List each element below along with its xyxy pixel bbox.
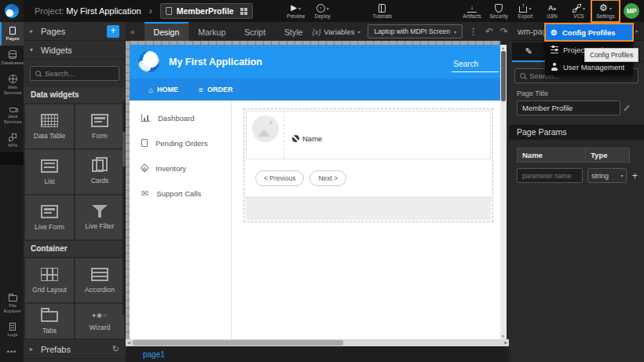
deploy-button[interactable]: ↑▾ Deploy <box>309 1 336 21</box>
app-header: My First Application Search <box>130 45 500 79</box>
rail-item-java-services[interactable]: Java Services <box>0 100 24 129</box>
tutorials-button[interactable]: Tutorials <box>369 1 396 21</box>
widget-tile-live-form[interactable]: Live Form <box>25 196 74 240</box>
rail-item-logs[interactable]: Logs <box>0 318 24 342</box>
envelope-icon: ✉ <box>141 189 148 197</box>
download-icon: ↓ <box>467 4 477 13</box>
empty-drop-zone[interactable] <box>246 197 491 220</box>
widgets-section-header[interactable]: ▾ Widgets <box>24 41 126 60</box>
horizontal-scrollbar[interactable]: ◀ ▶ <box>126 339 509 346</box>
chevron-down-icon[interactable]: ▾ <box>583 5 585 11</box>
tab-style[interactable]: Style <box>275 22 312 41</box>
editor-tabs: Design Markup Script Style <box>145 22 313 41</box>
device-dropdown[interactable]: Laptop with MDPI Screen ▾ <box>368 24 462 38</box>
chevron-down-icon[interactable]: ▾ <box>635 28 638 34</box>
collapsed-triangle-icon: ▸ <box>30 27 36 35</box>
wavemaker-logo[interactable] <box>0 0 24 22</box>
widget-tile-accordion[interactable]: Accordion <box>75 258 124 302</box>
widget-tile-form[interactable]: Form <box>75 104 124 148</box>
previous-button[interactable]: < Previous <box>255 170 304 186</box>
vertical-scrollbar[interactable]: ▲ ▼ <box>500 45 507 339</box>
rail-item-databases[interactable]: Databases <box>0 46 24 70</box>
bind-link-icon[interactable]: ∕∕ <box>626 104 627 112</box>
branch-icon <box>573 4 581 13</box>
security-button[interactable]: Security <box>485 1 512 21</box>
param-name-input[interactable] <box>517 168 583 183</box>
scroll-left-icon[interactable]: ◀ <box>127 340 130 345</box>
grid-icon[interactable] <box>240 8 243 11</box>
form-icon <box>91 114 108 127</box>
page-title-input[interactable] <box>517 101 620 115</box>
rail-item-web-services[interactable]: Web Services <box>0 70 24 100</box>
widget-tile-live-filter[interactable]: Live Filter <box>75 196 124 240</box>
page-selector-dropdown[interactable]: MemberProfile <box>160 3 253 19</box>
menu-item-support-calls[interactable]: ✉Support Calls <box>130 181 231 206</box>
chevron-down-icon[interactable]: ▾ <box>298 5 301 11</box>
prefabs-section-header[interactable]: ▸ Prefabs ↻ <box>24 340 126 359</box>
app-search-link[interactable]: Search <box>452 60 499 72</box>
name-field[interactable]: Name <box>284 112 322 159</box>
edit-pencil-tab[interactable]: ✎ <box>512 42 545 60</box>
widget-tile-cards[interactable]: Cards <box>75 150 124 194</box>
i18n-button[interactable]: A i18N <box>539 1 565 21</box>
variables-dropdown[interactable]: {x} Variables ▾ <box>312 27 360 36</box>
widget-search-input[interactable] <box>45 69 114 78</box>
undo-button[interactable]: ↶ <box>485 26 493 37</box>
rail-item-apis[interactable]: APIs <box>0 129 24 152</box>
collapse-left-panel-button[interactable]: « <box>126 27 140 36</box>
scroll-right-icon[interactable]: ▶ <box>504 340 507 345</box>
widget-tile-tabs[interactable]: Tabs <box>25 304 74 338</box>
next-button[interactable]: Next > <box>309 170 346 186</box>
api-connector-icon <box>9 133 16 141</box>
palette-scrollbar[interactable] <box>123 101 126 315</box>
widget-tile-data-table[interactable]: Data Table <box>25 104 74 148</box>
page-title-label: Page Title <box>517 90 644 97</box>
add-page-button[interactable]: + <box>107 25 119 38</box>
tabs-icon <box>41 311 58 322</box>
list-item-card[interactable]: Name <box>246 111 491 159</box>
list-widget-container[interactable]: Name < Previous Next > <box>243 108 493 222</box>
menu-item-inventory[interactable]: Inventory <box>130 155 231 181</box>
nav-item-order[interactable]: ≡ORDER <box>199 86 232 94</box>
page-tab-page1[interactable]: page1 <box>143 350 165 359</box>
preview-button[interactable]: ▶▾ Preview <box>283 1 309 21</box>
user-avatar[interactable]: MP <box>624 3 639 19</box>
vcs-button[interactable]: ▾ VCS <box>565 1 592 21</box>
horizontal-scroll-thumb[interactable] <box>133 340 343 346</box>
search-icon <box>520 73 525 79</box>
widget-search[interactable] <box>30 66 119 81</box>
redo-button[interactable]: ↷ <box>500 26 508 37</box>
widget-tile-list[interactable]: List <box>25 150 74 194</box>
rail-item-file-explorer[interactable]: File Explorer <box>0 288 24 318</box>
widget-tile-wizard[interactable]: ●◉○Wizard <box>75 304 124 338</box>
tab-design[interactable]: Design <box>145 22 189 41</box>
add-param-button[interactable]: + <box>631 170 638 181</box>
kebab-menu-icon[interactable]: ⋮ <box>469 27 478 37</box>
export-button[interactable]: ▾ Export <box>512 1 539 21</box>
wavemaker-logo-icon <box>5 4 19 18</box>
chevron-down-icon[interactable]: ▾ <box>529 5 531 11</box>
page-structure-section-header[interactable]: ▸ Page Structure <box>24 359 126 362</box>
artifacts-button[interactable]: ↓ Artifacts <box>459 1 485 21</box>
grid-layout-icon <box>41 268 58 281</box>
container-widgets-grid: Grid Layout Accordion Tabs ●◉○Wizard <box>24 257 126 340</box>
vertical-scroll-thumb[interactable] <box>501 51 506 101</box>
menu-item-dashboard[interactable]: Dashboard <box>130 105 231 130</box>
settings-button[interactable]: ⚙▾ Settings <box>592 1 619 21</box>
tab-markup[interactable]: Markup <box>188 22 235 41</box>
chevron-down-icon[interactable]: ▾ <box>609 5 612 11</box>
tab-script[interactable]: Script <box>235 22 275 41</box>
widget-tile-grid-layout[interactable]: Grid Layout <box>25 258 74 302</box>
nav-item-home[interactable]: ⌂HOME <box>148 86 178 94</box>
scroll-up-icon[interactable]: ▲ <box>501 46 505 50</box>
refresh-icon[interactable]: ↻ <box>112 344 119 354</box>
more-options-button[interactable]: ••• <box>0 342 24 362</box>
menu-item-config-profiles[interactable]: ⚙ Config Profiles <box>545 24 633 41</box>
chevron-down-icon[interactable]: ▾ <box>327 5 329 11</box>
rail-item-pages[interactable]: Pages <box>0 22 24 46</box>
pages-section-header[interactable]: ▸ Pages + <box>24 22 126 41</box>
param-type-select[interactable]: string ▾ <box>587 168 627 183</box>
menu-item-pending-orders[interactable]: Pending Orders <box>130 130 231 155</box>
scroll-down-icon[interactable]: ▼ <box>501 334 505 338</box>
gear-icon: ⚙ <box>599 3 608 13</box>
